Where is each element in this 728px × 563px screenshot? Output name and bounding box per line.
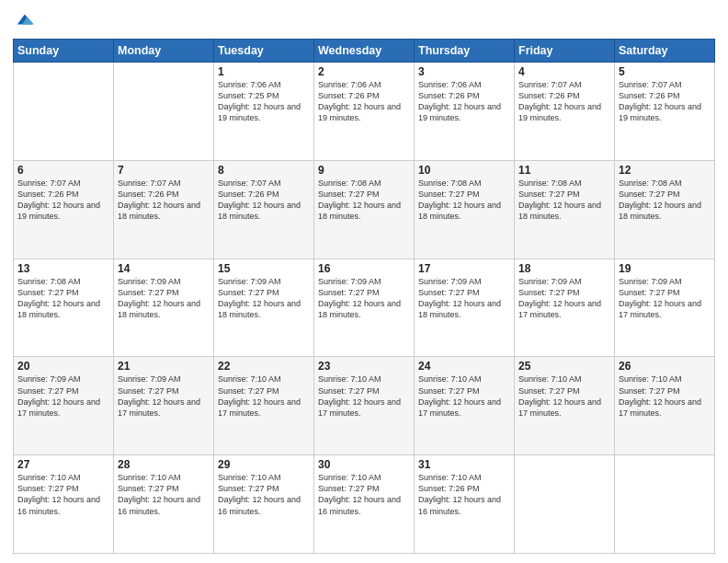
day-number: 27 bbox=[17, 458, 109, 471]
weekday-header-cell: Friday bbox=[515, 40, 615, 63]
calendar-cell: 23Sunrise: 7:10 AM Sunset: 7:27 PM Dayli… bbox=[314, 357, 415, 455]
day-info: Sunrise: 7:09 AM Sunset: 7:27 PM Dayligh… bbox=[118, 276, 210, 321]
calendar-cell: 25Sunrise: 7:10 AM Sunset: 7:27 PM Dayli… bbox=[515, 357, 615, 455]
weekday-header-cell: Monday bbox=[114, 40, 214, 63]
day-number: 23 bbox=[318, 360, 410, 373]
calendar-week-row: 27Sunrise: 7:10 AM Sunset: 7:27 PM Dayli… bbox=[14, 455, 715, 554]
calendar-cell bbox=[615, 455, 715, 554]
day-number: 7 bbox=[118, 164, 210, 177]
day-info: Sunrise: 7:07 AM Sunset: 7:26 PM Dayligh… bbox=[619, 79, 711, 124]
calendar-table: SundayMondayTuesdayWednesdayThursdayFrid… bbox=[13, 39, 715, 554]
day-info: Sunrise: 7:08 AM Sunset: 7:27 PM Dayligh… bbox=[318, 178, 410, 223]
day-number: 28 bbox=[118, 458, 210, 471]
day-number: 22 bbox=[218, 360, 310, 373]
day-info: Sunrise: 7:10 AM Sunset: 7:26 PM Dayligh… bbox=[418, 472, 510, 517]
calendar-cell: 16Sunrise: 7:09 AM Sunset: 7:27 PM Dayli… bbox=[314, 259, 415, 357]
calendar-cell: 30Sunrise: 7:10 AM Sunset: 7:27 PM Dayli… bbox=[314, 455, 415, 554]
calendar-cell: 14Sunrise: 7:09 AM Sunset: 7:27 PM Dayli… bbox=[114, 259, 214, 357]
day-info: Sunrise: 7:10 AM Sunset: 7:27 PM Dayligh… bbox=[218, 472, 310, 517]
day-number: 31 bbox=[418, 458, 510, 471]
calendar-body: 1Sunrise: 7:06 AM Sunset: 7:25 PM Daylig… bbox=[14, 63, 715, 554]
calendar-cell bbox=[114, 63, 214, 161]
day-info: Sunrise: 7:10 AM Sunset: 7:27 PM Dayligh… bbox=[118, 472, 210, 517]
day-number: 24 bbox=[418, 360, 510, 373]
calendar-cell: 5Sunrise: 7:07 AM Sunset: 7:26 PM Daylig… bbox=[615, 63, 715, 161]
day-info: Sunrise: 7:09 AM Sunset: 7:27 PM Dayligh… bbox=[218, 276, 310, 321]
calendar-cell: 7Sunrise: 7:07 AM Sunset: 7:26 PM Daylig… bbox=[114, 160, 214, 259]
day-number: 9 bbox=[318, 164, 410, 177]
calendar-cell: 11Sunrise: 7:08 AM Sunset: 7:27 PM Dayli… bbox=[515, 160, 615, 259]
weekday-header-cell: Wednesday bbox=[314, 40, 415, 63]
day-number: 20 bbox=[17, 360, 109, 373]
weekday-header-row: SundayMondayTuesdayWednesdayThursdayFrid… bbox=[14, 40, 715, 63]
calendar-week-row: 6Sunrise: 7:07 AM Sunset: 7:26 PM Daylig… bbox=[14, 160, 715, 259]
day-number: 21 bbox=[118, 360, 210, 373]
calendar-cell: 12Sunrise: 7:08 AM Sunset: 7:27 PM Dayli… bbox=[615, 160, 715, 259]
day-number: 13 bbox=[17, 262, 109, 275]
calendar-cell: 4Sunrise: 7:07 AM Sunset: 7:26 PM Daylig… bbox=[515, 63, 615, 161]
calendar-cell: 22Sunrise: 7:10 AM Sunset: 7:27 PM Dayli… bbox=[214, 357, 314, 455]
day-number: 1 bbox=[218, 65, 310, 78]
day-number: 8 bbox=[218, 164, 310, 177]
day-info: Sunrise: 7:09 AM Sunset: 7:27 PM Dayligh… bbox=[518, 276, 610, 321]
calendar-cell: 15Sunrise: 7:09 AM Sunset: 7:27 PM Dayli… bbox=[214, 259, 314, 357]
calendar-week-row: 20Sunrise: 7:09 AM Sunset: 7:27 PM Dayli… bbox=[14, 357, 715, 455]
calendar-week-row: 1Sunrise: 7:06 AM Sunset: 7:25 PM Daylig… bbox=[14, 63, 715, 161]
day-info: Sunrise: 7:08 AM Sunset: 7:27 PM Dayligh… bbox=[518, 178, 610, 223]
day-number: 26 bbox=[619, 360, 711, 373]
day-info: Sunrise: 7:10 AM Sunset: 7:27 PM Dayligh… bbox=[318, 472, 410, 517]
logo bbox=[13, 9, 35, 33]
day-number: 3 bbox=[418, 65, 510, 78]
calendar-cell: 28Sunrise: 7:10 AM Sunset: 7:27 PM Dayli… bbox=[114, 455, 214, 554]
calendar-cell: 31Sunrise: 7:10 AM Sunset: 7:26 PM Dayli… bbox=[415, 455, 515, 554]
day-number: 12 bbox=[619, 164, 711, 177]
calendar-cell: 27Sunrise: 7:10 AM Sunset: 7:27 PM Dayli… bbox=[14, 455, 114, 554]
day-number: 6 bbox=[17, 164, 109, 177]
day-info: Sunrise: 7:07 AM Sunset: 7:26 PM Dayligh… bbox=[218, 178, 310, 223]
day-number: 15 bbox=[218, 262, 310, 275]
day-number: 30 bbox=[318, 458, 410, 471]
day-number: 2 bbox=[318, 65, 410, 78]
calendar-cell: 21Sunrise: 7:09 AM Sunset: 7:27 PM Dayli… bbox=[114, 357, 214, 455]
calendar-cell: 24Sunrise: 7:10 AM Sunset: 7:27 PM Dayli… bbox=[415, 357, 515, 455]
calendar-cell: 1Sunrise: 7:06 AM Sunset: 7:25 PM Daylig… bbox=[214, 63, 314, 161]
calendar-cell: 8Sunrise: 7:07 AM Sunset: 7:26 PM Daylig… bbox=[214, 160, 314, 259]
calendar-cell: 26Sunrise: 7:10 AM Sunset: 7:27 PM Dayli… bbox=[615, 357, 715, 455]
day-info: Sunrise: 7:09 AM Sunset: 7:27 PM Dayligh… bbox=[118, 373, 210, 419]
calendar-cell: 10Sunrise: 7:08 AM Sunset: 7:27 PM Dayli… bbox=[415, 160, 515, 259]
weekday-header-cell: Saturday bbox=[615, 40, 715, 63]
day-number: 19 bbox=[619, 262, 711, 275]
weekday-header-cell: Thursday bbox=[415, 40, 515, 63]
calendar-cell: 13Sunrise: 7:08 AM Sunset: 7:27 PM Dayli… bbox=[14, 259, 114, 357]
day-number: 16 bbox=[318, 262, 410, 275]
calendar-cell: 9Sunrise: 7:08 AM Sunset: 7:27 PM Daylig… bbox=[314, 160, 415, 259]
calendar-cell: 18Sunrise: 7:09 AM Sunset: 7:27 PM Dayli… bbox=[515, 259, 615, 357]
day-info: Sunrise: 7:09 AM Sunset: 7:27 PM Dayligh… bbox=[318, 276, 410, 321]
day-info: Sunrise: 7:08 AM Sunset: 7:27 PM Dayligh… bbox=[418, 178, 510, 223]
calendar-cell: 6Sunrise: 7:07 AM Sunset: 7:26 PM Daylig… bbox=[14, 160, 114, 259]
calendar-cell: 20Sunrise: 7:09 AM Sunset: 7:27 PM Dayli… bbox=[14, 357, 114, 455]
day-info: Sunrise: 7:06 AM Sunset: 7:25 PM Dayligh… bbox=[218, 79, 310, 124]
day-info: Sunrise: 7:07 AM Sunset: 7:26 PM Dayligh… bbox=[518, 79, 610, 124]
calendar-cell bbox=[14, 63, 114, 161]
day-info: Sunrise: 7:10 AM Sunset: 7:27 PM Dayligh… bbox=[318, 373, 410, 419]
day-number: 4 bbox=[518, 65, 610, 78]
day-number: 25 bbox=[518, 360, 610, 373]
day-info: Sunrise: 7:07 AM Sunset: 7:26 PM Dayligh… bbox=[17, 178, 109, 223]
day-info: Sunrise: 7:10 AM Sunset: 7:27 PM Dayligh… bbox=[17, 472, 109, 517]
day-number: 5 bbox=[619, 65, 711, 78]
weekday-header-cell: Tuesday bbox=[214, 40, 314, 63]
calendar-cell: 2Sunrise: 7:06 AM Sunset: 7:26 PM Daylig… bbox=[314, 63, 415, 161]
day-number: 10 bbox=[418, 164, 510, 177]
day-info: Sunrise: 7:06 AM Sunset: 7:26 PM Dayligh… bbox=[318, 79, 410, 124]
calendar-week-row: 13Sunrise: 7:08 AM Sunset: 7:27 PM Dayli… bbox=[14, 259, 715, 357]
day-number: 14 bbox=[118, 262, 210, 275]
logo-icon bbox=[15, 9, 35, 29]
calendar-cell: 3Sunrise: 7:06 AM Sunset: 7:26 PM Daylig… bbox=[415, 63, 515, 161]
day-info: Sunrise: 7:10 AM Sunset: 7:27 PM Dayligh… bbox=[418, 373, 510, 419]
day-info: Sunrise: 7:07 AM Sunset: 7:26 PM Dayligh… bbox=[118, 178, 210, 223]
day-info: Sunrise: 7:10 AM Sunset: 7:27 PM Dayligh… bbox=[518, 373, 610, 419]
day-info: Sunrise: 7:09 AM Sunset: 7:27 PM Dayligh… bbox=[17, 373, 109, 419]
day-number: 17 bbox=[418, 262, 510, 275]
header bbox=[13, 9, 715, 33]
